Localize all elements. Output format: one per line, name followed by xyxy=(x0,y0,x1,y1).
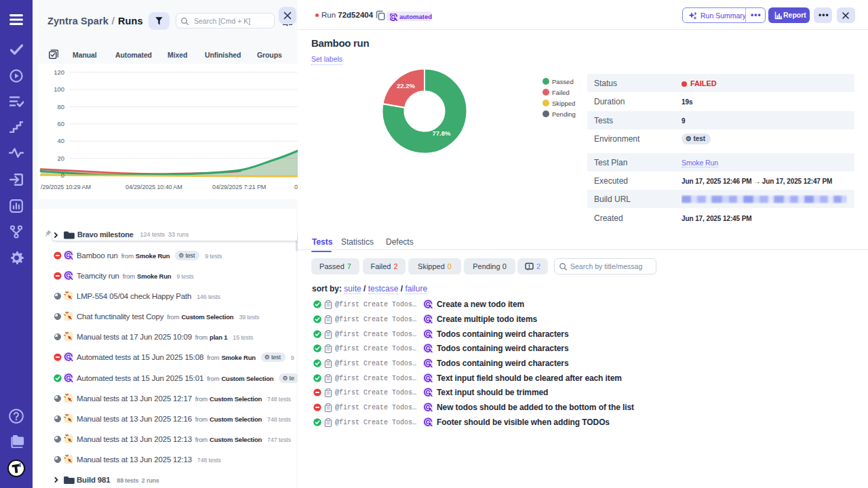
svg-text:0: 0 xyxy=(61,171,64,179)
svg-text:20: 20 xyxy=(57,155,64,162)
svg-text:04/29/2025 10:40 AM: 04/29/2025 10:40 AM xyxy=(125,184,182,190)
svg-text:/29/2025 10:29 AM: /29/2025 10:29 AM xyxy=(41,184,91,190)
svg-text:100: 100 xyxy=(54,85,64,93)
svg-text:22.2%: 22.2% xyxy=(397,82,415,89)
svg-text:60: 60 xyxy=(57,120,64,127)
svg-text:120: 120 xyxy=(54,68,64,76)
svg-text:40: 40 xyxy=(57,137,64,144)
svg-text:77.8%: 77.8% xyxy=(433,129,451,137)
svg-text:80: 80 xyxy=(57,103,64,110)
svg-text:04/29/2025 7:21 PM: 04/29/2025 7:21 PM xyxy=(212,184,266,190)
